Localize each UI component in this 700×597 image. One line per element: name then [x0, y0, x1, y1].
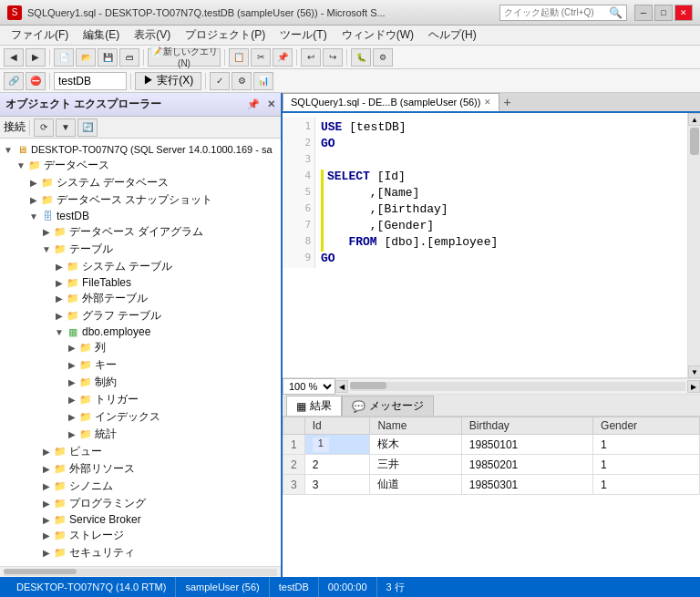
- open-icon[interactable]: 📂: [76, 48, 96, 67]
- close-button[interactable]: ✕: [674, 5, 693, 21]
- hscroll-track[interactable]: [350, 382, 685, 391]
- close-explorer-icon[interactable]: ✕: [267, 98, 275, 110]
- tree-toggle-triggers[interactable]: ▶: [66, 395, 78, 405]
- tree-item-databases[interactable]: ▼ 📁 データベース: [0, 157, 281, 174]
- hscroll-right[interactable]: ▶: [687, 380, 700, 393]
- tree-item-dboemployee[interactable]: ▼ ▦ dbo.employee: [0, 324, 281, 339]
- tree-item-synonyms[interactable]: ▶ 📁 シノニム: [0, 478, 281, 495]
- query-tab-1[interactable]: SQLQuery1.sql - DE...B (sampleUser (56))…: [283, 93, 499, 111]
- quick-launch-search[interactable]: 🔍: [499, 5, 627, 21]
- tree-item-server[interactable]: ▼ 🖥 DESKTOP-TO07N7Q (SQL Server 14.0.100…: [0, 142, 281, 157]
- refresh-tree-button[interactable]: ⟳: [34, 118, 54, 137]
- tree-item-externaltables[interactable]: ▶ 📁 外部テーブル: [0, 290, 281, 307]
- tree-item-diagrams[interactable]: ▶ 📁 データベース ダイアグラム: [0, 223, 281, 241]
- tree-toggle-synonyms[interactable]: ▶: [40, 481, 53, 491]
- sync-button[interactable]: 🔄: [77, 118, 98, 137]
- disconnect-button[interactable]: ⛔: [26, 72, 46, 90]
- results-button[interactable]: 📊: [253, 72, 273, 90]
- forward-button[interactable]: ▶: [26, 48, 46, 67]
- paste-button[interactable]: 📌: [273, 48, 293, 67]
- minimize-button[interactable]: ─: [634, 5, 653, 21]
- window-controls[interactable]: ─ □ ✕: [634, 5, 693, 21]
- parse-button[interactable]: ⚙: [232, 72, 252, 90]
- tree-toggle-views[interactable]: ▶: [40, 447, 53, 457]
- tree-toggle-externalresources[interactable]: ▶: [40, 464, 53, 474]
- tree-toggle-graphtables[interactable]: ▶: [53, 311, 66, 321]
- id-btn[interactable]: 1: [313, 437, 329, 452]
- vscroll-thumb[interactable]: [690, 128, 699, 155]
- debug-button[interactable]: 🐛: [351, 48, 371, 67]
- tree-toggle-tables[interactable]: ▼: [40, 244, 53, 254]
- menu-view[interactable]: 表示(V): [127, 26, 178, 45]
- results-tab-messages[interactable]: 💬 メッセージ: [342, 396, 434, 416]
- tree-toggle-storage[interactable]: ▶: [40, 530, 53, 540]
- new-query-button[interactable]: 📝 新しいクエリ(N): [148, 48, 221, 67]
- tree-item-storage[interactable]: ▶ 📁 ストレージ: [0, 527, 281, 544]
- vscroll-down[interactable]: ▼: [688, 365, 700, 378]
- tree-toggle-programming[interactable]: ▶: [40, 499, 53, 509]
- tree-item-testdb[interactable]: ▼ 🗄 testDB: [0, 209, 281, 223]
- tree-item-systables[interactable]: ▶ 📁 システム テーブル: [0, 258, 281, 275]
- tree-toggle-statistics[interactable]: ▶: [66, 429, 78, 439]
- zoom-select[interactable]: 100 % 75 % 125 % 150 %: [283, 378, 335, 395]
- tree-toggle-systables[interactable]: ▶: [53, 262, 66, 272]
- query-tab-close[interactable]: ✕: [484, 98, 491, 107]
- tree-toggle-constraints[interactable]: ▶: [66, 377, 78, 387]
- tree-item-views[interactable]: ▶ 📁 ビュー: [0, 443, 281, 460]
- hscroll-thumb[interactable]: [350, 382, 386, 389]
- tree-item-columns[interactable]: ▶ 📁 列: [0, 339, 281, 356]
- menu-edit[interactable]: 編集(E): [76, 26, 127, 45]
- undo-button[interactable]: ↩: [301, 48, 321, 67]
- filter-tree-button[interactable]: ▼: [56, 118, 76, 137]
- save-icon[interactable]: 💾: [98, 48, 118, 67]
- pin-icon[interactable]: 📌: [247, 98, 260, 110]
- code-editor[interactable]: 1 2 3 4 5 6 7 8 9: [283, 113, 687, 378]
- tree-toggle-databases[interactable]: ▼: [15, 160, 27, 170]
- tree-item-security[interactable]: ▶ 📁 セキュリティ: [0, 544, 281, 561]
- explorer-hscroll[interactable]: [0, 566, 281, 577]
- save-all-icon[interactable]: 🗃: [119, 48, 139, 67]
- settings-button[interactable]: ⚙: [373, 48, 393, 67]
- tree-item-servicebroker[interactable]: ▶ 📁 Service Broker: [0, 512, 281, 527]
- menu-tools[interactable]: ツール(T): [273, 26, 334, 45]
- tree-item-statistics[interactable]: ▶ 📁 統計: [0, 426, 281, 443]
- menu-project[interactable]: プロジェクト(P): [178, 26, 273, 45]
- explorer-hscroll-track[interactable]: [4, 569, 277, 576]
- new-tab-button[interactable]: +: [499, 93, 514, 111]
- explorer-hscroll-thumb[interactable]: [4, 569, 77, 574]
- tree-toggle-keys[interactable]: ▶: [66, 360, 78, 370]
- tree-toggle-snapshots[interactable]: ▶: [27, 195, 40, 205]
- tree-toggle-filetables[interactable]: ▶: [53, 278, 66, 288]
- table-row[interactable]: 3 3 仙道 19850301 1: [283, 475, 700, 495]
- results-tab-data[interactable]: ▦ 結果: [286, 396, 342, 416]
- tree-item-filetables[interactable]: ▶ 📁 FileTables: [0, 275, 281, 290]
- tree-toggle-columns[interactable]: ▶: [66, 343, 78, 353]
- tree-item-programming[interactable]: ▶ 📁 プログラミング: [0, 495, 281, 512]
- tree-toggle-externaltables[interactable]: ▶: [53, 293, 66, 304]
- menu-file[interactable]: ファイル(F): [4, 26, 76, 45]
- menu-help[interactable]: ヘルプ(H): [421, 26, 484, 45]
- tree-item-constraints[interactable]: ▶ 📁 制約: [0, 374, 281, 391]
- back-button[interactable]: ◀: [4, 48, 24, 67]
- tree-toggle-servicebroker[interactable]: ▶: [40, 515, 53, 525]
- tree-item-keys[interactable]: ▶ 📁 キー: [0, 356, 281, 374]
- execute-button[interactable]: ▶ 実行(X): [135, 72, 201, 90]
- tree-item-graphtables[interactable]: ▶ 📁 グラフ テーブル: [0, 307, 281, 324]
- tree-toggle-server[interactable]: ▼: [2, 145, 15, 155]
- tree-toggle-systemdbs[interactable]: ▶: [27, 178, 40, 188]
- hscroll-left[interactable]: ◀: [335, 380, 348, 393]
- tree-item-indexes[interactable]: ▶ 📁 インデックス: [0, 408, 281, 426]
- tree-item-externalresources[interactable]: ▶ 📁 外部リソース: [0, 460, 281, 478]
- tree-toggle-diagrams[interactable]: ▶: [40, 227, 53, 237]
- vscroll-track[interactable]: [688, 126, 700, 365]
- cut-button[interactable]: ✂: [251, 48, 271, 67]
- tree-item-snapshots[interactable]: ▶ 📁 データベース スナップショット: [0, 191, 281, 209]
- connect-button[interactable]: 🔗: [4, 72, 24, 90]
- tree-item-systemdbs[interactable]: ▶ 📁 システム データベース: [0, 174, 281, 191]
- table-row[interactable]: 1 1 桜木 19850101 1: [283, 435, 700, 455]
- tree-toggle-dboemployee[interactable]: ▼: [53, 327, 66, 337]
- quick-launch-input[interactable]: [504, 7, 609, 17]
- editor-vscroll[interactable]: ▲ ▼: [687, 113, 700, 378]
- new-query-icon[interactable]: 📄: [54, 48, 74, 67]
- copy-button[interactable]: 📋: [229, 48, 249, 67]
